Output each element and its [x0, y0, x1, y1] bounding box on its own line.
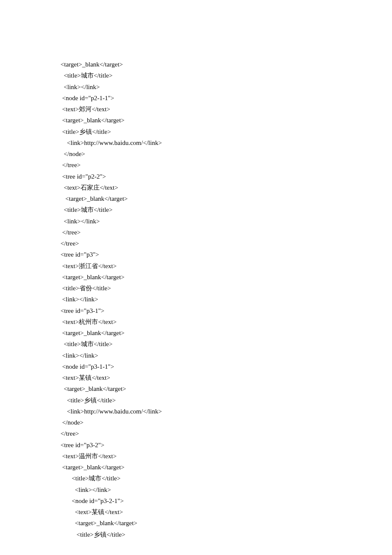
code-line: <node id="p2-1-1">	[61, 92, 359, 104]
code-line: <title>乡镇</title>	[61, 529, 359, 540]
code-line: </tree>	[61, 227, 359, 238]
code-line: <link></link>	[61, 81, 359, 92]
code-line: <target>_blank</target>	[61, 462, 359, 473]
code-line: <tree id="p3-1">	[61, 305, 359, 316]
code-line: <text>温州市</text>	[61, 451, 359, 462]
code-line: <target>_blank</target>	[61, 115, 359, 126]
code-line: <link></link>	[61, 294, 359, 305]
code-line: <title>城市</title>	[61, 70, 359, 81]
code-line: </tree>	[61, 159, 359, 171]
code-line: <tree id="p2-2">	[61, 171, 359, 182]
code-line: <link></link>	[61, 350, 359, 361]
code-line: </tree>	[61, 238, 359, 249]
code-line: <text>某镇</text>	[61, 506, 359, 517]
code-line: </tree>	[61, 428, 359, 439]
code-line: <title>城市</title>	[61, 204, 359, 215]
code-line: </node>	[61, 148, 359, 159]
code-line: <link>http://www.baidu.com/</link>	[61, 137, 359, 148]
code-line: <tree id="p3-2">	[61, 439, 359, 451]
code-line: <target>_blank</target>	[61, 272, 359, 283]
code-line: <tree id="p3">	[61, 249, 359, 260]
document-page: <target>_blank</target> <title>城市</title…	[0, 0, 392, 555]
code-line: <text>石家庄</text>	[61, 182, 359, 193]
code-line: <title>乡镇</title>	[61, 395, 359, 406]
code-line: <target>_blank</target>	[61, 193, 359, 204]
code-line: <target>_blank</target>	[61, 383, 359, 394]
code-line: <target>_blank</target>	[61, 59, 359, 70]
code-line: <link></link>	[61, 484, 359, 495]
code-line: <title>城市</title>	[61, 338, 359, 350]
code-line: <text>杭州市</text>	[61, 316, 359, 327]
xml-code-block: <target>_blank</target> <title>城市</title…	[61, 59, 359, 540]
code-line: <title>乡镇</title>	[61, 126, 359, 137]
code-line: <node id="p3-1-1">	[61, 361, 359, 372]
code-line: <target>_blank</target>	[61, 517, 359, 529]
code-line: </node>	[61, 417, 359, 428]
code-line: <text>郊河</text>	[61, 104, 359, 115]
code-line: <text>某镇</text>	[61, 372, 359, 383]
code-line: <link></link>	[61, 216, 359, 227]
code-line: <node id="p3-2-1">	[61, 495, 359, 506]
code-line: <title>省份</title>	[61, 283, 359, 294]
code-line: <text>浙江省</text>	[61, 260, 359, 272]
code-line: <link>http://www.baidu.com/</link>	[61, 406, 359, 417]
code-line: <target>_blank</target>	[61, 327, 359, 338]
code-line: <title>城市</title>	[61, 473, 359, 484]
